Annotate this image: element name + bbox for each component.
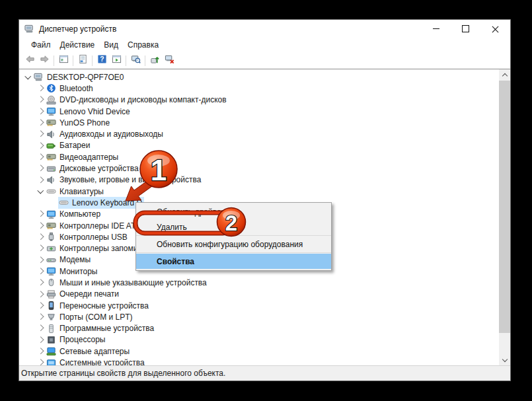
card-icon xyxy=(46,118,56,128)
tree-item[interactable]: Клавиатуры xyxy=(19,186,499,197)
chevron-collapsed-icon[interactable] xyxy=(35,270,46,273)
tree-item[interactable]: Переносные устройства xyxy=(19,300,499,311)
forward-button[interactable] xyxy=(37,54,52,68)
chevron-collapsed-icon[interactable] xyxy=(35,315,46,319)
chevron-collapsed-icon[interactable] xyxy=(35,144,46,148)
tree-item[interactable]: Lenovo Vhid Device xyxy=(19,106,499,117)
update-driver-button[interactable] xyxy=(147,54,162,68)
tree-item-label: Звуковые, игровые и видеоустройства xyxy=(59,175,201,184)
tree-item[interactable]: YunOS Phone xyxy=(19,117,499,128)
scan-hardware-button[interactable] xyxy=(128,54,143,68)
computer-icon xyxy=(34,72,44,82)
properties-button[interactable] xyxy=(75,54,90,68)
tree-item[interactable]: Батареи xyxy=(19,140,499,151)
menubar-item-1[interactable]: Действие xyxy=(56,39,100,51)
action-pane-icon xyxy=(112,54,122,67)
svg-text:?: ? xyxy=(100,55,104,63)
context-menu-item[interactable]: Свойства xyxy=(136,254,331,269)
tree-item-content: Lenovo Vhid Device xyxy=(46,106,132,117)
context-menu-item[interactable]: Обновить конфигурацию оборудования xyxy=(136,237,331,252)
chevron-collapsed-icon[interactable] xyxy=(35,121,46,125)
dvd-icon xyxy=(46,95,56,105)
tree-item[interactable]: DVD-дисководы и дисководы компакт-дисков xyxy=(19,94,499,106)
chevron-collapsed-icon[interactable] xyxy=(35,87,46,91)
chevron-collapsed-icon[interactable] xyxy=(35,110,46,114)
tree-item[interactable]: DESKTOP-QPF7OE0 xyxy=(19,71,499,83)
tree-item-label: Программные устройства xyxy=(59,324,154,333)
scrollbar-thumb[interactable] xyxy=(499,81,510,333)
tree-item[interactable]: Видеоадаптеры xyxy=(19,151,499,163)
tree-item-content: Bluetooth xyxy=(46,83,95,94)
chevron-collapsed-icon[interactable] xyxy=(35,349,46,353)
tree-item-label: Lenovo Vhid Device xyxy=(59,107,130,116)
chevron-collapsed-icon[interactable] xyxy=(35,326,46,330)
uninstall-device-button[interactable] xyxy=(162,54,176,68)
close-button[interactable] xyxy=(480,20,510,38)
chevron-expanded-icon[interactable] xyxy=(22,76,33,79)
help-button[interactable]: ? xyxy=(95,54,109,68)
scroll-up-button[interactable] xyxy=(499,69,510,81)
tree-item-label: Процессоры xyxy=(59,335,106,344)
forward-icon xyxy=(40,54,50,67)
console-tree-icon xyxy=(59,54,69,67)
menubar-item-2[interactable]: Вид xyxy=(99,39,123,51)
minimize-button[interactable] xyxy=(421,20,451,38)
menubar-item-3[interactable]: Справка xyxy=(123,39,163,51)
window-title: Диспетчер устройств xyxy=(39,24,116,34)
toolbar-separator xyxy=(54,55,54,66)
usb-icon xyxy=(46,232,56,242)
tree-item-content: Модемы xyxy=(46,254,93,266)
toolbar-separator xyxy=(92,55,93,66)
port-icon xyxy=(46,312,56,322)
chevron-collapsed-icon[interactable] xyxy=(35,212,46,216)
chevron-collapsed-icon[interactable] xyxy=(35,166,46,170)
chevron-collapsed-icon[interactable] xyxy=(35,98,46,102)
chevron-collapsed-icon[interactable] xyxy=(35,293,46,297)
console-tree-button[interactable] xyxy=(56,54,71,68)
tree-item[interactable]: Звуковые, игровые и видеоустройства xyxy=(19,174,499,186)
battery-icon xyxy=(46,141,56,151)
tree-item-content: Аудиовходы и аудиовыходы xyxy=(46,128,165,139)
chevron-collapsed-icon[interactable] xyxy=(35,246,46,250)
context-menu-separator xyxy=(136,252,331,253)
tree-item[interactable]: Порты (COM и LPT) xyxy=(19,311,499,322)
vertical-scrollbar[interactable] xyxy=(499,69,510,365)
tree-item[interactable]: Системные устройства xyxy=(19,357,499,365)
scroll-down-button[interactable] xyxy=(499,354,510,365)
tree-item[interactable]: Процессоры xyxy=(19,334,499,346)
chevron-collapsed-icon[interactable] xyxy=(35,281,46,285)
tree-item-content: Дисковые устройства xyxy=(46,163,141,174)
tree-item[interactable]: Дисковые устройства xyxy=(19,163,499,174)
chevron-collapsed-icon[interactable] xyxy=(35,361,46,365)
chevron-collapsed-icon[interactable] xyxy=(35,258,46,262)
chevron-collapsed-icon[interactable] xyxy=(35,224,46,228)
context-menu-item[interactable]: Обновить драйверы xyxy=(136,204,331,219)
tree-item[interactable]: Программные устройства xyxy=(19,323,499,334)
chevron-collapsed-icon[interactable] xyxy=(35,155,46,159)
close-icon xyxy=(492,25,499,32)
tree-item[interactable]: Аудиовходы и аудиовыходы xyxy=(19,128,499,139)
tree-item[interactable]: Bluetooth xyxy=(19,83,499,94)
chevron-collapsed-icon[interactable] xyxy=(35,235,46,239)
chevron-collapsed-icon[interactable] xyxy=(35,132,46,136)
tree-item-content: Компьютер xyxy=(46,209,102,220)
action-pane-button[interactable] xyxy=(109,54,124,68)
chevron-collapsed-icon[interactable] xyxy=(35,304,46,308)
chevron-expanded-icon[interactable] xyxy=(35,190,46,193)
tree-item-label: Lenovo Keyboard D xyxy=(72,198,142,207)
tree-item-label: Компьютер xyxy=(59,209,100,219)
tree-item-content: Контроллеры запоми xyxy=(46,242,139,254)
chevron-collapsed-icon[interactable] xyxy=(35,338,46,342)
menubar-item-0[interactable]: Файл xyxy=(26,39,56,51)
maximize-button[interactable] xyxy=(451,20,480,38)
context-menu-item[interactable]: Удалить xyxy=(136,219,331,235)
tree-item-label: Сетевые адаптеры xyxy=(59,347,130,356)
tree-item[interactable]: Очереди печати xyxy=(19,289,499,300)
back-button[interactable] xyxy=(22,54,37,68)
tree-item[interactable]: Сетевые адаптеры xyxy=(19,346,499,357)
properties-icon xyxy=(78,54,88,67)
tree-item-label: Контроллеры USB xyxy=(59,233,128,242)
tree-item[interactable]: Мыши и иные указывающие устройства xyxy=(19,277,499,288)
chevron-collapsed-icon[interactable] xyxy=(35,178,46,182)
title-bar[interactable]: Диспетчер устройств xyxy=(19,20,510,38)
